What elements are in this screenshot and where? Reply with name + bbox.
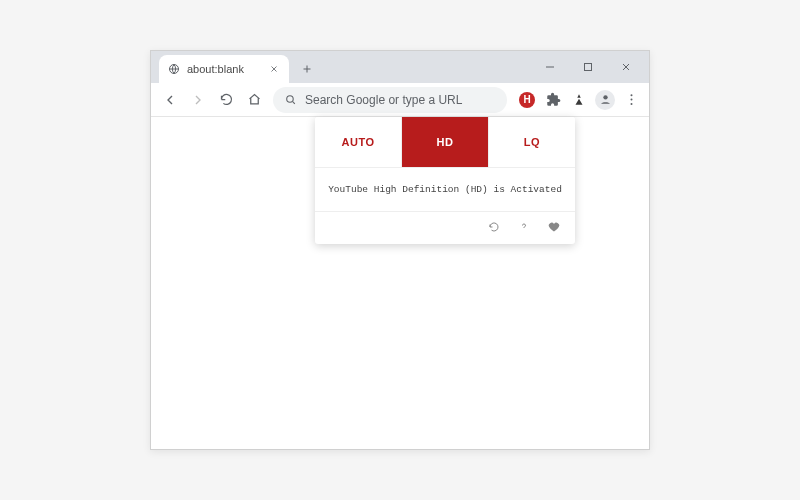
toolbar: Search Google or type a URL H bbox=[151, 83, 649, 117]
person-icon bbox=[595, 90, 615, 110]
menu-button[interactable] bbox=[619, 88, 643, 112]
tab-title: about:blank bbox=[187, 63, 261, 75]
quality-lq-button[interactable]: LQ bbox=[489, 117, 575, 167]
svg-point-5 bbox=[630, 99, 632, 101]
address-bar[interactable]: Search Google or type a URL bbox=[273, 87, 507, 113]
maximize-button[interactable] bbox=[569, 51, 607, 83]
svg-point-2 bbox=[286, 96, 293, 103]
refresh-icon[interactable] bbox=[487, 220, 501, 234]
window-controls bbox=[531, 51, 649, 83]
extension-area: H bbox=[513, 88, 643, 112]
back-button[interactable] bbox=[157, 87, 183, 113]
svg-point-6 bbox=[630, 103, 632, 105]
profile-button[interactable] bbox=[593, 88, 617, 112]
new-tab-button[interactable] bbox=[295, 57, 319, 81]
svg-point-4 bbox=[630, 94, 632, 96]
svg-point-3 bbox=[603, 95, 607, 99]
quality-hd-button[interactable]: HD bbox=[402, 117, 489, 167]
extension-youtube-hd[interactable]: H bbox=[515, 88, 539, 112]
forward-button[interactable] bbox=[185, 87, 211, 113]
close-icon[interactable] bbox=[267, 62, 281, 76]
extension-generic[interactable] bbox=[567, 88, 591, 112]
svg-rect-1 bbox=[585, 64, 592, 71]
extensions-button[interactable] bbox=[541, 88, 565, 112]
titlebar: about:blank bbox=[151, 51, 649, 83]
popup-footer bbox=[315, 211, 575, 244]
quality-row: AUTO HD LQ bbox=[315, 117, 575, 167]
close-window-button[interactable] bbox=[607, 51, 645, 83]
browser-window: about:blank bbox=[150, 50, 650, 450]
globe-icon bbox=[167, 62, 181, 76]
heart-icon[interactable] bbox=[547, 220, 561, 234]
home-button[interactable] bbox=[241, 87, 267, 113]
help-icon[interactable] bbox=[517, 220, 531, 234]
status-text: YouTube High Definition (HD) is Activate… bbox=[315, 167, 575, 211]
extension-badge-icon: H bbox=[519, 92, 535, 108]
reload-button[interactable] bbox=[213, 87, 239, 113]
search-icon bbox=[283, 93, 297, 107]
extension-popup: AUTO HD LQ YouTube High Definition (HD) … bbox=[315, 117, 575, 244]
quality-auto-button[interactable]: AUTO bbox=[315, 117, 402, 167]
omnibox-placeholder: Search Google or type a URL bbox=[305, 93, 462, 107]
tab-strip: about:blank bbox=[151, 51, 319, 83]
browser-tab[interactable]: about:blank bbox=[159, 55, 289, 83]
minimize-button[interactable] bbox=[531, 51, 569, 83]
